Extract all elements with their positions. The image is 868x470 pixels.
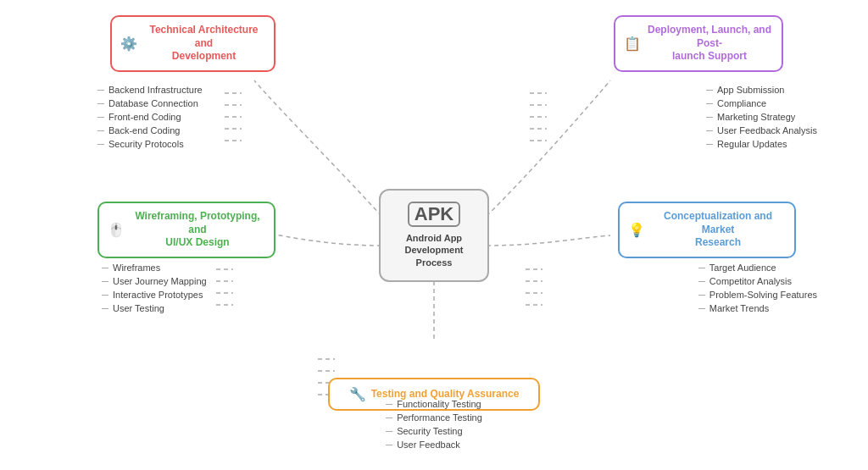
center-title: Android AppDevelopmentProcess [404,232,463,268]
testing-icon: 🔧 [349,386,366,402]
list-item: Backend Infrastructure [97,85,203,95]
center-node: APK Android AppDevelopmentProcess [379,189,489,282]
category-concept: 💡 Conceptualization and MarketResearch [618,202,796,258]
list-item: Security Protocols [97,139,203,149]
list-item: Wireframes [102,263,207,273]
list-item: Regular Updates [706,139,817,149]
list-item: Functionality Testing [386,399,482,409]
list-item: Marketing Strategy [706,112,817,122]
list-item: User Journey Mapping [102,276,207,286]
list-item: Interactive Prototypes [102,290,207,300]
list-item: Problem-Solving Features [698,290,817,300]
deployment-items: App Submission Compliance Marketing Stra… [706,85,817,152]
list-item: Market Trends [698,303,817,313]
list-item: App Submission [706,85,817,95]
concept-icon: 💡 [628,222,645,238]
list-item: Compliance [706,98,817,108]
apk-icon: APK [408,202,460,227]
list-item: Database Connection [97,98,203,108]
testing-items: Functionality Testing Performance Testin… [386,399,482,453]
category-wireframe: 🖱️ Wireframing, Prototyping, andUI/UX De… [97,202,275,258]
list-item: Competitor Analysis [698,276,817,286]
concept-items: Target Audience Competitor Analysis Prob… [698,263,817,317]
category-deployment: 📋 Deployment, Launch, and Post-launch Su… [614,15,783,72]
concept-label: Conceptualization and MarketResearch [650,210,786,250]
list-item: User Feedback Analysis [706,125,817,135]
list-item: User Feedback [386,440,482,450]
list-item: Target Audience [698,263,817,273]
list-item: Back-end Coding [97,125,203,135]
list-item: User Testing [102,303,207,313]
category-technical: ⚙️ Technical Architecture andDevelopment [110,15,275,72]
deployment-label: Deployment, Launch, and Post-launch Supp… [646,24,773,64]
list-item: Performance Testing [386,412,482,423]
deployment-icon: 📋 [624,36,641,52]
wireframe-label: Wireframing, Prototyping, andUI/UX Desig… [130,210,265,250]
wireframe-items: Wireframes User Journey Mapping Interact… [102,263,207,317]
technical-label: Technical Architecture andDevelopment [142,24,265,64]
list-item: Security Testing [386,426,482,436]
wireframe-icon: 🖱️ [108,222,125,238]
technical-icon: ⚙️ [120,36,137,52]
technical-items: Backend Infrastructure Database Connecti… [97,85,203,152]
diagram-container: APK Android AppDevelopmentProcess ⚙️ Tec… [0,0,868,470]
list-item: Front-end Coding [97,112,203,122]
